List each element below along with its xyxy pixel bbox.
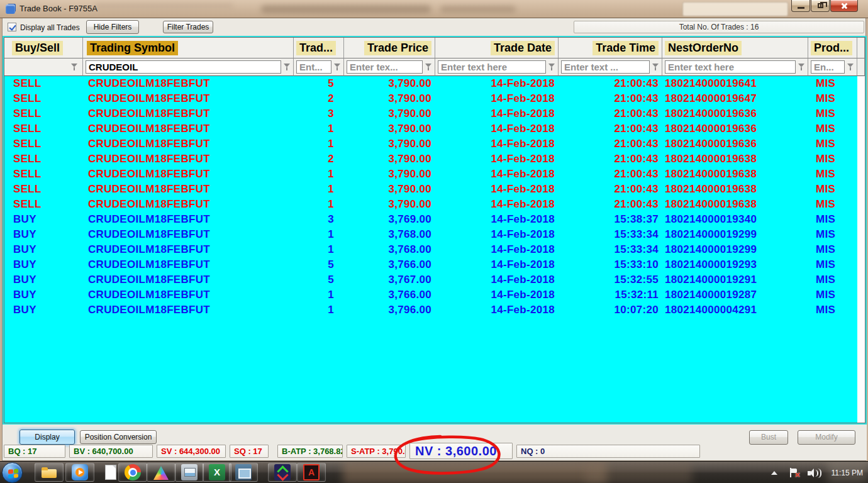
filter-funnel-icon[interactable] [70, 63, 79, 71]
adobe-reader-icon [303, 464, 320, 480]
taskbar-button-chrome[interactable] [118, 463, 147, 482]
table-header-filler [857, 38, 865, 58]
close-button[interactable] [830, 0, 858, 12]
trade-row[interactable]: BUYCRUDEOILM18FEBFUT13,766.0014-Feb-2018… [4, 287, 857, 303]
display-button[interactable]: Display [19, 430, 75, 445]
filter-funnel-icon[interactable] [798, 63, 806, 71]
background-window-glimpse [682, 2, 788, 16]
taskbar-button-snipping-tool[interactable] [229, 463, 258, 482]
restore-button[interactable] [811, 0, 830, 12]
trade-row[interactable]: SELLCRUDEOILM18FEBFUT53,790.0014-Feb-201… [4, 76, 857, 91]
filter-funnel-icon[interactable] [847, 63, 855, 71]
filter-cell-nestorderno[interactable]: Enter text here [662, 58, 808, 76]
trade-row[interactable]: BUYCRUDEOILM18FEBFUT13,768.0014-Feb-2018… [4, 242, 857, 257]
status-nq: NQ : 0 [516, 445, 700, 458]
trade-row[interactable]: BUYCRUDEOILM18FEBFUT13,796.0014-Feb-2018… [4, 303, 857, 318]
filter-cell-trade-price[interactable]: Enter tex... [344, 58, 435, 76]
taskbar-clock[interactable]: 11:15 PM [832, 469, 863, 477]
status-bar: BQ : 17BV : 640,700.00SV : 644,300.00SQ … [4, 445, 704, 460]
excel-icon [209, 464, 225, 480]
notepad-icon [105, 465, 116, 480]
table-body[interactable]: SELLCRUDEOILM18FEBFUT53,790.0014-Feb-201… [4, 76, 857, 423]
filter-funnel-icon[interactable] [283, 63, 291, 71]
nest-trader-icon [274, 464, 291, 480]
trade-table: Buy/SellTrading SymbolTrad...Trade Price… [3, 36, 867, 425]
filter-cell-trading-symbol[interactable]: CRUDEOIL [83, 58, 294, 76]
trade-row[interactable]: SELLCRUDEOILM18FEBFUT23,790.0014-Feb-201… [4, 152, 857, 167]
taskbar-button-nest-trader[interactable] [268, 463, 297, 482]
taskbar-button-photo-viewer[interactable] [147, 463, 175, 482]
trade-row[interactable]: SELLCRUDEOILM18FEBFUT13,790.0014-Feb-201… [4, 121, 857, 136]
filter-input-trade-time[interactable]: Enter text ... [561, 60, 650, 74]
taskbar-button-media-player[interactable] [65, 463, 94, 482]
column-header-buy-sell[interactable]: Buy/Sell [4, 38, 83, 58]
trade-row[interactable]: BUYCRUDEOILM18FEBFUT53,767.0014-Feb-2018… [4, 272, 857, 287]
column-header-trad[interactable]: Trad... [294, 38, 344, 58]
trade-row[interactable]: SELLCRUDEOILM18FEBFUT23,790.0014-Feb-201… [4, 91, 857, 106]
table-filter-row: CRUDEOILEnt...Enter tex...Enter text her… [4, 58, 865, 76]
taskbar-button-paint[interactable] [175, 463, 204, 482]
filter-input-trading-symbol[interactable]: CRUDEOIL [86, 60, 281, 74]
minimize-button[interactable] [791, 0, 810, 12]
taskbar-glass-artifact [585, 462, 692, 483]
trade-book-window: Trade Book - F9755A Display all Trades H… [0, 0, 868, 483]
filter-cell-trad[interactable]: Ent... [294, 58, 344, 76]
snipping-tool-icon [235, 464, 252, 480]
trade-row[interactable]: BUYCRUDEOILM18FEBFUT33,769.0014-Feb-2018… [4, 212, 857, 227]
windows-explorer-icon [41, 464, 57, 480]
start-button[interactable] [2, 462, 23, 483]
hide-filters-button[interactable]: Hide Filters [86, 20, 139, 34]
filter-input-trade-date[interactable]: Enter text here [438, 60, 546, 74]
system-tray: ✕ 11:15 PM [771, 462, 863, 483]
position-conversion-button[interactable]: Position Conversion [80, 430, 157, 444]
status-sq: SQ : 17 [230, 445, 269, 458]
status-nv: NV : 3,600.00 [409, 443, 513, 459]
footer-panel: Display Position Conversion Bust Modify … [3, 425, 867, 460]
taskbar-button-excel[interactable] [203, 463, 231, 482]
trade-row[interactable]: SELLCRUDEOILM18FEBFUT13,790.0014-Feb-201… [4, 182, 857, 197]
trade-row[interactable]: BUYCRUDEOILM18FEBFUT13,768.0014-Feb-2018… [4, 227, 857, 242]
column-header-prod[interactable]: Prod... [808, 38, 857, 58]
taskbar-button-windows-explorer[interactable] [35, 463, 64, 482]
taskbar-button-adobe-reader[interactable] [297, 463, 326, 482]
column-header-trade-price[interactable]: Trade Price [344, 38, 435, 58]
modify-button[interactable]: Modify [798, 430, 855, 445]
status-bq: BQ : 17 [4, 445, 65, 458]
table-header-row: Buy/SellTrading SymbolTrad...Trade Price… [4, 38, 865, 58]
filter-cell-prod[interactable]: En... [808, 58, 857, 76]
paint-icon [181, 464, 198, 480]
filter-funnel-icon[interactable] [425, 63, 433, 71]
column-header-nestorderno[interactable]: NestOrderNo [662, 38, 808, 58]
taskbar-glass-artifact [343, 462, 607, 483]
filter-input-prod[interactable]: En... [811, 60, 845, 74]
column-header-trading-symbol[interactable]: Trading Symbol [83, 38, 294, 58]
column-header-trade-time[interactable]: Trade Time [559, 38, 662, 58]
filter-cell-trade-time[interactable]: Enter text ... [559, 58, 662, 76]
display-all-trades-checkbox[interactable] [8, 23, 16, 31]
filter-input-nestorderno[interactable]: Enter text here [665, 60, 796, 74]
filter-funnel-icon[interactable] [652, 63, 660, 71]
column-header-trade-date[interactable]: Trade Date [435, 38, 559, 58]
filter-trades-button[interactable]: Filter Trades [163, 21, 213, 33]
windows-logo-icon [8, 469, 18, 478]
trade-row[interactable]: SELLCRUDEOILM18FEBFUT13,790.0014-Feb-201… [4, 136, 857, 152]
filter-cell-trade-date[interactable]: Enter text here [435, 58, 559, 76]
total-trades-readout: Total No. Of Trades : 16 [574, 21, 864, 33]
bust-button[interactable]: Bust [749, 430, 788, 445]
title-bar[interactable]: Trade Book - F9755A [0, 0, 868, 18]
filter-cell-buy-sell[interactable] [4, 58, 83, 76]
trade-row[interactable]: SELLCRUDEOILM18FEBFUT33,790.0014-Feb-201… [4, 106, 857, 121]
trade-row[interactable]: BUYCRUDEOILM18FEBFUT53,766.0014-Feb-2018… [4, 257, 857, 272]
chrome-icon [125, 464, 141, 480]
trade-row[interactable]: SELLCRUDEOILM18FEBFUT13,790.0014-Feb-201… [4, 197, 857, 212]
tray-expand-icon[interactable] [771, 471, 777, 475]
titlebar-glass-artifact [261, 5, 431, 13]
filter-funnel-icon[interactable] [548, 63, 556, 71]
filter-input-trade-price[interactable]: Enter tex... [347, 60, 423, 74]
media-player-icon [72, 464, 88, 480]
trade-row[interactable]: SELLCRUDEOILM18FEBFUT13,790.0014-Feb-201… [4, 167, 857, 182]
filter-funnel-icon[interactable] [333, 63, 342, 71]
filter-input-trad[interactable]: Ent... [296, 60, 331, 74]
volume-icon[interactable] [808, 467, 821, 479]
action-center-flag-icon[interactable]: ✕ [789, 467, 799, 479]
